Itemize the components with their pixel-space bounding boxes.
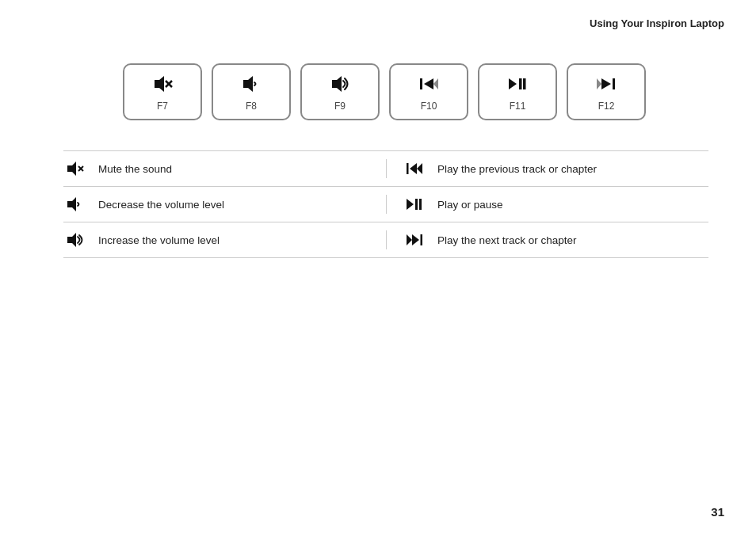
key-f12: F12 — [567, 63, 646, 120]
vol-down-key-icon — [240, 73, 262, 97]
svg-rect-22 — [415, 199, 418, 210]
right-col-play-pause: Play or pause — [386, 195, 708, 214]
svg-rect-5 — [420, 78, 422, 89]
svg-rect-10 — [523, 78, 526, 89]
svg-rect-23 — [419, 199, 422, 210]
key-f11: F11 — [478, 63, 557, 120]
page-header-title: Using Your Inspiron Laptop — [590, 17, 724, 29]
feature-table: Mute the sound Play the previous track o… — [63, 150, 708, 258]
key-f8: F8 — [212, 63, 291, 120]
svg-marker-6 — [424, 78, 433, 89]
key-f7-label: F7 — [157, 101, 168, 112]
svg-marker-11 — [597, 78, 601, 89]
play-pause-key-icon — [506, 73, 529, 97]
key-f7: F7 — [123, 63, 202, 120]
svg-marker-19 — [417, 163, 422, 174]
svg-marker-21 — [407, 199, 414, 210]
right-col-prev: Play the previous track or chapter — [386, 159, 708, 178]
vol-up-key-icon — [329, 73, 351, 97]
left-col-vol-up: Increase the volume level — [63, 230, 386, 249]
table-row: Increase the volume level Play the next … — [63, 222, 708, 258]
table-row: Decrease the volume level Play or pause — [63, 186, 708, 222]
vol-down-desc: Decrease the volume level — [98, 199, 224, 211]
next-key-icon — [595, 73, 617, 97]
vol-down-icon — [63, 195, 87, 214]
prev-track-icon — [403, 159, 426, 178]
play-pause-desc: Play or pause — [437, 199, 503, 211]
svg-rect-27 — [421, 234, 423, 245]
left-col-vol-down: Decrease the volume level — [63, 195, 386, 214]
prev-key-icon — [418, 73, 440, 97]
mute-key-icon — [151, 73, 174, 97]
key-f12-label: F12 — [598, 101, 615, 112]
vol-up-icon — [63, 230, 87, 249]
keys-row: F7 F8 F9 F10 — [123, 63, 646, 120]
key-f10-label: F10 — [421, 101, 437, 112]
svg-marker-14 — [67, 162, 76, 176]
svg-marker-8 — [509, 78, 517, 89]
svg-marker-25 — [407, 234, 412, 245]
svg-rect-17 — [407, 163, 409, 174]
svg-rect-13 — [613, 78, 615, 89]
svg-marker-24 — [67, 233, 76, 247]
svg-marker-0 — [155, 76, 164, 92]
play-pause-icon — [403, 195, 426, 214]
svg-marker-4 — [332, 76, 342, 92]
next-track-desc: Play the next track or chapter — [437, 234, 577, 246]
svg-rect-9 — [519, 78, 522, 89]
key-f10: F10 — [389, 63, 468, 120]
svg-marker-7 — [433, 78, 438, 89]
key-f9: F9 — [300, 63, 380, 120]
next-track-icon — [403, 230, 426, 249]
prev-track-desc: Play the previous track or chapter — [437, 163, 597, 175]
key-f9-label: F9 — [334, 101, 346, 112]
svg-marker-12 — [601, 78, 611, 89]
key-f11-label: F11 — [510, 101, 526, 112]
svg-marker-20 — [67, 197, 76, 211]
mute-desc: Mute the sound — [98, 163, 172, 175]
vol-up-desc: Increase the volume level — [98, 234, 220, 246]
key-f8-label: F8 — [246, 101, 257, 112]
right-col-next: Play the next track or chapter — [386, 230, 708, 249]
table-row: Mute the sound Play the previous track o… — [63, 150, 708, 186]
left-col-mute: Mute the sound — [63, 159, 386, 178]
svg-marker-3 — [243, 76, 253, 92]
mute-icon — [63, 159, 87, 178]
svg-marker-26 — [412, 234, 419, 245]
svg-marker-18 — [410, 163, 417, 174]
page-number: 31 — [711, 505, 724, 519]
